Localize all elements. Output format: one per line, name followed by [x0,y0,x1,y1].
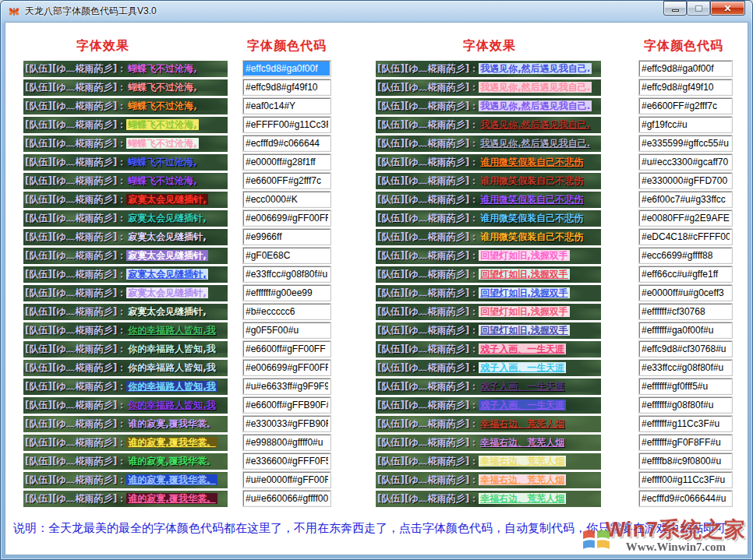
chat-prefix: [队伍][ゆ﹏椛雨菂彡]： [376,343,479,354]
right-code-column [639,61,732,509]
font-effect-preview: [队伍][ゆ﹏椛雨菂彡]：谁的寂寞,覆我华裳。 [23,453,228,470]
font-effect-preview: [队伍][ゆ﹏椛雨菂彡]：我遇见你,然后遇见我自己. [376,61,601,77]
color-code-input[interactable] [243,379,331,394]
chat-prefix: [队伍][ゆ﹏椛雨菂彡]： [23,194,126,205]
color-code-input[interactable] [243,248,331,263]
chat-prefix: [队伍][ゆ﹏椛雨菂彡]： [23,400,126,410]
header-code-right: 字体颜色代码 [625,38,742,55]
font-effect-preview: [队伍][ゆ﹏椛雨菂彡]：谁的寂寞,覆我华裳。 [23,416,228,432]
color-code-input[interactable] [639,229,732,245]
header-code-left: 字体颜色代码 [232,38,341,55]
color-code-input[interactable] [243,322,331,338]
color-code-input[interactable] [243,416,331,431]
color-code-input[interactable] [243,173,331,188]
chat-prefix: [队伍][ゆ﹏椛雨菂彡]： [23,362,126,373]
color-code-input[interactable] [243,472,331,488]
color-code-input[interactable] [639,154,732,170]
color-code-input[interactable] [243,341,331,357]
color-code-input[interactable] [243,154,331,170]
chat-message: 回望灯如旧,浅握双手 [479,287,570,298]
color-code-input[interactable] [243,435,331,450]
chat-prefix: [队伍][ゆ﹏椛雨菂彡]： [376,82,479,93]
color-code-input[interactable] [639,136,732,151]
color-code-input[interactable] [243,61,331,76]
color-code-input[interactable] [639,173,732,188]
font-effect-preview: [队伍][ゆ﹏椛雨菂彡]：你的幸福路人皆知,我 [23,379,228,395]
chat-message: 你的幸福路人皆知,我 [126,400,217,410]
color-code-input[interactable] [639,98,732,114]
color-code-input[interactable] [243,491,331,506]
color-code-input[interactable] [243,117,331,132]
chat-message: 幸福右边、荒芜人烟 [479,474,566,485]
chat-message: 你的幸福路人皆知,我 [126,362,217,373]
chat-message: 你的幸福路人皆知,我 [126,325,217,336]
color-code-input[interactable] [639,322,732,338]
font-effect-preview: [队伍][ゆ﹏椛雨菂彡]：你的幸福路人皆知,我 [23,341,228,357]
maximize-button[interactable] [687,1,710,16]
color-code-input[interactable] [243,192,331,207]
color-code-input[interactable] [243,360,331,375]
color-code-input[interactable] [639,435,732,450]
chat-message: 谁的寂寞,覆我华裳。 [126,437,217,448]
font-effect-preview: [队伍][ゆ﹏椛雨菂彡]：蝴蝶飞不过沧海, [23,98,228,114]
header-effect-right: 字体效果 [435,38,544,55]
minimize-button[interactable] [663,1,687,16]
chat-prefix: [队伍][ゆ﹏椛雨菂彡]： [376,157,479,167]
font-effect-preview: [队伍][ゆ﹏椛雨菂彡]：寂寞太会见缝插针, [23,285,228,301]
color-code-input[interactable] [243,229,331,245]
color-code-input[interactable] [639,453,732,469]
color-code-input[interactable] [639,79,732,95]
font-effect-preview: [队伍][ゆ﹏椛雨菂彡]：你的幸福路人皆知,我 [23,322,228,339]
color-code-input[interactable] [639,61,732,76]
color-code-input[interactable] [243,304,331,319]
color-code-input[interactable] [639,210,732,226]
chat-prefix: [队伍][ゆ﹏椛雨菂彡]： [376,456,479,467]
chat-prefix: [队伍][ゆ﹏椛雨菂彡]： [23,119,126,130]
color-code-input[interactable] [243,210,331,226]
chat-message: 戏子入画、一生天涯 [479,343,566,354]
font-effect-preview: [队伍][ゆ﹏椛雨菂彡]：蝴蝶飞不过沧海, [23,117,228,133]
color-code-input[interactable] [243,136,331,151]
chat-message: 谁的寂寞,覆我华裳。 [126,493,217,504]
color-code-input[interactable] [243,285,331,301]
color-code-input[interactable] [639,117,732,132]
chat-prefix: [队伍][ゆ﹏椛雨菂彡]： [376,63,479,74]
chat-message: 我遇见你,然后遇见我自己. [479,82,592,93]
titlebar[interactable]: 天龙八部字体颜色代码工具V3.0 ✕ [1,1,752,22]
color-code-input[interactable] [639,397,732,413]
color-code-input[interactable] [639,266,732,282]
font-effect-preview: [队伍][ゆ﹏椛雨菂彡]：回望灯如旧,浅握双手 [376,285,601,301]
chat-prefix: [队伍][ゆ﹏椛雨菂彡]： [23,456,126,467]
color-code-input[interactable] [243,266,331,282]
color-code-input[interactable] [639,379,732,394]
window-title: 天龙八部字体颜色代码工具V3.0 [25,5,157,18]
color-code-input[interactable] [639,416,732,431]
color-code-input[interactable] [639,192,732,207]
chat-message: 寂寞太会见缝插针, [126,213,208,224]
color-code-input[interactable] [639,341,732,357]
chat-message: 你的幸福路人皆知,我 [126,343,217,354]
font-effect-preview: [队伍][ゆ﹏椛雨菂彡]：回望灯如旧,浅握双手 [376,322,601,339]
chat-message: 寂寞太会见缝插针, [126,194,208,205]
color-code-input[interactable] [639,360,732,375]
color-code-input[interactable] [243,453,331,469]
color-code-input[interactable] [639,304,732,319]
chat-prefix: [队伍][ゆ﹏椛雨菂彡]： [23,437,126,448]
chat-message: 蝴蝶飞不过沧海, [126,119,199,130]
chat-prefix: [队伍][ゆ﹏椛雨菂彡]： [376,119,479,130]
chat-message: 谁的寂寞,覆我华裳。 [126,418,217,429]
color-code-input[interactable] [243,79,331,95]
chat-message: 蝴蝶飞不过沧海, [126,175,199,186]
color-code-input[interactable] [243,397,331,413]
close-button[interactable]: ✕ [710,1,745,16]
color-code-input[interactable] [639,472,732,488]
color-code-input[interactable] [639,491,732,506]
chat-prefix: [队伍][ゆ﹏椛雨菂彡]： [376,474,479,485]
chat-prefix: [队伍][ゆ﹏椛雨菂彡]： [23,381,126,392]
close-icon: ✕ [723,4,731,13]
color-code-input[interactable] [639,285,732,301]
font-effect-preview: [队伍][ゆ﹏椛雨菂彡]：幸福右边、荒芜人烟 [376,416,601,432]
color-code-input[interactable] [639,248,732,263]
color-code-input[interactable] [243,98,331,114]
font-effect-preview: [队伍][ゆ﹏椛雨菂彡]：寂寞太会见缝插针, [23,192,228,208]
